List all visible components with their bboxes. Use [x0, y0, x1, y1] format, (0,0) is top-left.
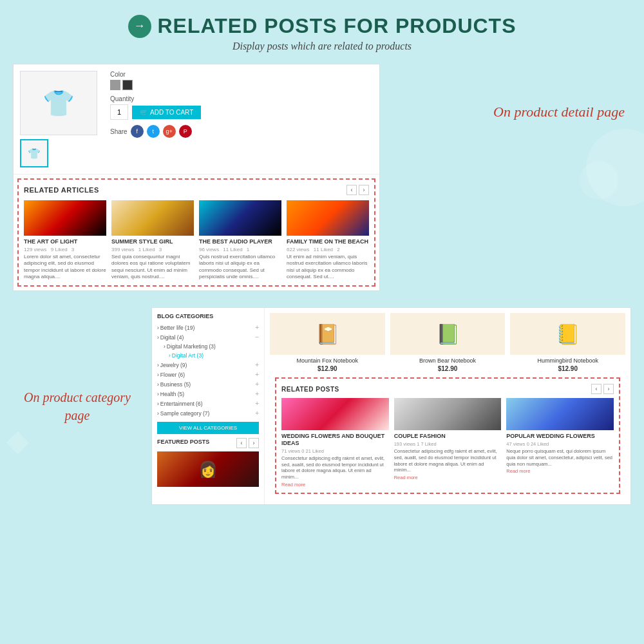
- blog-categories-title: BLOG CATEGORIES: [157, 313, 259, 319]
- article-comments-3: 1: [247, 247, 249, 252]
- cat-health[interactable]: › Health (5) +: [157, 389, 259, 399]
- featured-next-arrow[interactable]: ›: [249, 438, 259, 448]
- cat-arrow3: ›: [164, 343, 166, 350]
- featured-prev-arrow[interactable]: ‹: [236, 438, 247, 448]
- article-views-1: 129 views: [24, 247, 47, 252]
- post-img-1: [281, 398, 389, 430]
- article-liked-1: 9 Liked: [51, 247, 68, 252]
- article-title-1: THE ART OF LIGHT: [24, 238, 106, 245]
- related-articles-box: RELATED ARTICLES ‹ › THE ART OF LIGHT 12…: [17, 178, 375, 287]
- color-label: Color: [110, 71, 373, 78]
- quantity-input[interactable]: 1: [110, 104, 128, 120]
- share-row: Share f t g+ P: [110, 125, 373, 138]
- post-title-3: POPULAR WEDDING FLOWERS: [506, 433, 614, 440]
- top-section: 👕 👕 Color Quantity 1 ADD TO CART: [0, 57, 644, 298]
- article-liked-3: 11 Liked: [223, 247, 242, 252]
- cat-better-life[interactable]: › Better life (19) +: [157, 323, 259, 332]
- read-more-2[interactable]: Read more: [394, 475, 502, 480]
- related-articles-title: RELATED ARTICLES: [24, 186, 99, 194]
- thumb-icon: 👕: [28, 147, 41, 160]
- cat-arrow9: ›: [157, 401, 159, 407]
- posts-prev-arrow[interactable]: ‹: [591, 384, 601, 394]
- featured-posts-header: FEATURED POSTS ‹ ›: [157, 438, 259, 448]
- article-meta-1: 129 views 9 Liked 3: [24, 247, 106, 252]
- post-desc-1: Consectetur adipiscing edfg rakmt et ame…: [281, 455, 389, 480]
- read-more-3[interactable]: Read more: [506, 468, 614, 474]
- cat-entertainment-label: › Entertainment (6): [157, 401, 203, 407]
- header-title-row: RELATED POSTS FOR PRODUCTS: [13, 14, 631, 38]
- post-desc-2: Consectetur adipiscing edfg rakmt et ame…: [394, 448, 502, 473]
- cat-business[interactable]: › Business (5) +: [157, 379, 259, 389]
- swatch-dark[interactable]: [122, 80, 133, 90]
- googleplus-button[interactable]: g+: [163, 125, 176, 138]
- cat-arrow: ›: [157, 325, 159, 331]
- cat-entertainment[interactable]: › Entertainment (6) +: [157, 399, 259, 408]
- post-card-2: COUPLE FASHION 193 views 1 7 Liked Conse…: [394, 398, 502, 488]
- post-card-3: POPULAR WEDDING FLOWERS 47 views 0 24 Li…: [506, 398, 614, 488]
- cat-business-label: › Business (5): [157, 381, 191, 388]
- posts-next-arrow[interactable]: ›: [603, 384, 614, 394]
- related-posts-box: RELATED POSTS ‹ › WEDDING FLOWERS AND BO…: [275, 377, 620, 494]
- post-img-2: [394, 398, 502, 430]
- product-price-1: $12.90: [270, 365, 385, 372]
- post-title-2: COUPLE FASHION: [394, 433, 502, 440]
- article-card-1: THE ART OF LIGHT 129 views 9 Liked 3 Lor…: [24, 200, 106, 280]
- cat-sample[interactable]: › Sample category (7) +: [157, 408, 259, 418]
- blog-sidebar: BLOG CATEGORIES › Better life (19) + › D…: [152, 308, 265, 504]
- article-title-2: SUMMER STYLE GIRL: [111, 238, 194, 245]
- featured-posts-title: FEATURED POSTS: [157, 439, 209, 445]
- cat-flower[interactable]: › Flower (6) +: [157, 370, 259, 379]
- cat-da-label: › Digital Art (3): [169, 352, 204, 359]
- cat-arrow10: ›: [157, 410, 159, 417]
- article-img-4: [287, 200, 369, 236]
- cat-digital-art[interactable]: › Digital Art (3): [157, 351, 259, 360]
- pinterest-button[interactable]: P: [179, 125, 192, 138]
- product-img-1: 📔: [270, 313, 385, 355]
- post-views-3: 47 views: [506, 441, 525, 447]
- article-meta-3: 96 views 11 Liked 1: [199, 247, 281, 252]
- articles-next-arrow[interactable]: ›: [359, 185, 369, 195]
- cat-digital-label: › Digital (4): [157, 334, 184, 341]
- facebook-button[interactable]: f: [131, 125, 144, 138]
- articles-prev-arrow[interactable]: ‹: [346, 185, 357, 195]
- tshirt-icon: 👕: [43, 88, 75, 118]
- category-mockup: BLOG CATEGORIES › Better life (19) + › D…: [151, 307, 631, 505]
- cat-digital[interactable]: › Digital (4) −: [157, 332, 259, 342]
- cart-icon: [140, 109, 147, 116]
- swatch-gray[interactable]: [110, 80, 120, 90]
- article-desc-3: Quis nostrud exercitation ullamco labori…: [199, 254, 281, 281]
- article-comments-1: 3: [71, 247, 74, 252]
- read-more-1[interactable]: Read more: [281, 482, 389, 488]
- cat-jewelry-toggle: +: [255, 361, 259, 368]
- cat-health-label: › Health (5): [157, 391, 184, 397]
- related-articles-header: RELATED ARTICLES ‹ ›: [24, 185, 369, 195]
- cat-flower-toggle: +: [255, 371, 259, 378]
- post-liked-3: 24 Liked: [531, 441, 549, 447]
- quantity-row: 1 ADD TO CART: [110, 104, 373, 120]
- product-thumbnail[interactable]: 👕: [20, 139, 48, 167]
- article-meta-4: 622 views 11 Liked 2: [287, 247, 369, 252]
- product-detail-mockup: 👕 👕 Color Quantity 1 ADD TO CART: [13, 64, 380, 291]
- article-img-2: [111, 200, 194, 236]
- cat-arrow7: ›: [157, 381, 159, 388]
- product-image-area: 👕 👕: [20, 71, 104, 167]
- cat-digital-marketing[interactable]: › Digital Marketing (3): [157, 342, 259, 351]
- post-meta-2: 193 views 1 7 Liked: [394, 441, 502, 447]
- article-liked-2: 1 Liked: [138, 247, 155, 252]
- product-price-2: $12.90: [390, 365, 506, 372]
- bottom-section: On product category page BLOG CATEGORIES…: [0, 301, 644, 511]
- product-top-area: 👕 👕 Color Quantity 1 ADD TO CART: [14, 64, 379, 175]
- view-all-categories-button[interactable]: VIEW ALL CATEGORIES: [157, 422, 259, 434]
- twitter-button[interactable]: t: [147, 125, 160, 138]
- article-views-2: 399 views: [111, 247, 135, 252]
- product-main-image: 👕: [20, 71, 97, 135]
- post-comments-2: 1: [417, 441, 419, 447]
- on-detail-label: On product detail page: [493, 102, 625, 122]
- related-posts-title: RELATED POSTS: [281, 386, 339, 393]
- article-views-4: 622 views: [287, 247, 310, 252]
- cat-jewelry[interactable]: › Jewelry (9) +: [157, 360, 259, 370]
- cat-jewelry-label: › Jewelry (9): [157, 362, 187, 368]
- post-views-2: 193 views: [394, 441, 415, 447]
- add-to-cart-button[interactable]: ADD TO CART: [132, 106, 201, 119]
- post-comments-3: 0: [527, 441, 529, 447]
